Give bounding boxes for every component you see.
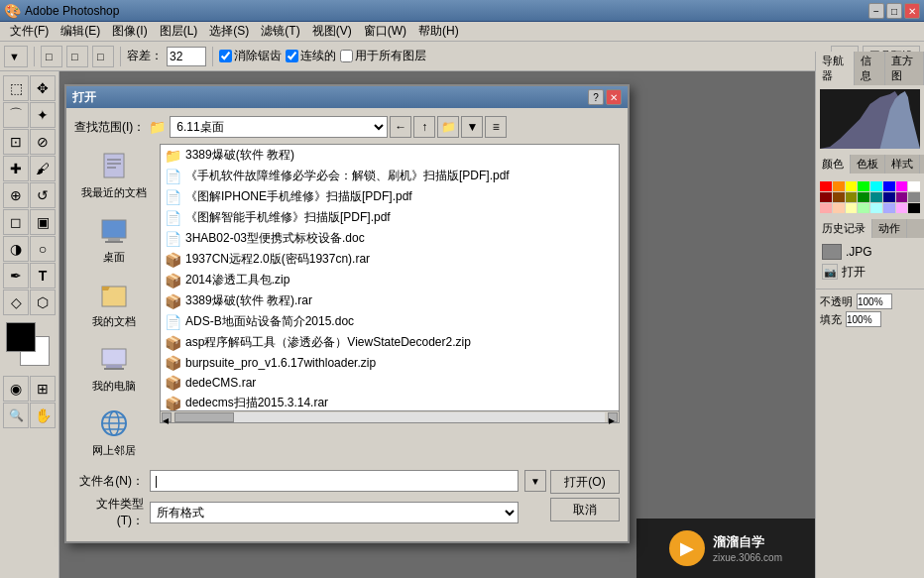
magic-wand-tool[interactable]: ✦ (30, 102, 56, 128)
tab-navigator[interactable]: 导航器 (816, 52, 855, 85)
tab-histogram[interactable]: 直方图 (885, 52, 924, 85)
history-new-snapshot[interactable]: 📷 (822, 264, 838, 280)
swatch-magenta[interactable] (896, 181, 908, 191)
tool-btn-1[interactable]: □ (41, 46, 62, 67)
hscroll-left-btn[interactable]: ◂ (162, 412, 172, 422)
swatch-dark-red[interactable] (820, 192, 832, 202)
swatch-green[interactable] (858, 181, 869, 191)
file-item-4[interactable]: 📄 《图解智能手机维修》扫描版[PDF].pdf (161, 207, 619, 228)
menu-window[interactable]: 窗口(W) (358, 21, 412, 42)
nav-new-folder-btn[interactable]: 📁 (437, 116, 459, 138)
quick-mask-tool[interactable]: ◉ (3, 376, 29, 402)
swatch-yellow[interactable] (846, 181, 858, 191)
menu-view[interactable]: 视图(V) (306, 21, 358, 42)
filename-input[interactable] (150, 470, 519, 492)
swatch-dark-cyan[interactable] (870, 192, 882, 202)
tab-styles[interactable]: 样式 (885, 155, 920, 173)
nav-up-btn[interactable]: ↑ (413, 116, 435, 138)
file-item-10[interactable]: 📦 asp程序解码工具（渗透必备）ViewStateDecoder2.zip (161, 332, 619, 353)
nav-network[interactable]: 网上邻居 (74, 402, 154, 462)
nav-back-btn[interactable]: ← (390, 116, 411, 138)
file-item-8[interactable]: 📦 3389爆破(软件 教程).rar (161, 290, 619, 311)
antialias-checkbox[interactable] (219, 50, 232, 62)
file-item-13[interactable]: 📦 dedecms扫描2015.3.14.rar (161, 393, 619, 411)
open-btn[interactable]: 打开(O) (550, 470, 620, 494)
swatch-light-green[interactable] (858, 203, 869, 213)
fill-input[interactable] (846, 311, 881, 327)
lasso-tool[interactable]: ⌒ (3, 102, 29, 128)
opacity-input[interactable] (857, 293, 892, 309)
swatch-dark-magenta[interactable] (896, 192, 908, 202)
tab-swatches[interactable]: 色板 (851, 155, 885, 173)
nav-my-docs[interactable]: 我的文档 (74, 273, 154, 333)
filename-dropdown-btn[interactable]: ▼ (524, 470, 546, 492)
swatch-blue[interactable] (883, 181, 895, 191)
fill-tool[interactable]: ▣ (30, 209, 56, 235)
dialog-close-btn[interactable]: ✕ (606, 89, 622, 105)
nav-my-computer[interactable]: 我的电脑 (74, 337, 154, 398)
file-item-2[interactable]: 📄 《手机软件故障维修必学必会：解锁、刷机》扫描版[PDF].pdf (161, 166, 619, 186)
swatch-cyan[interactable] (870, 181, 882, 191)
tab-color[interactable]: 颜色 (816, 155, 851, 173)
close-button[interactable]: ✕ (904, 3, 920, 19)
swatch-pink[interactable] (820, 203, 832, 213)
swatch-black[interactable] (908, 203, 920, 213)
file-item-folder-1[interactable]: 📁 3389爆破(软件 教程) (161, 145, 619, 166)
slice-tool[interactable]: ⊘ (30, 129, 56, 155)
minimize-button[interactable]: − (868, 3, 884, 19)
swatch-white[interactable] (908, 181, 920, 191)
dodge-tool[interactable]: ○ (30, 236, 56, 262)
menu-image[interactable]: 图像(I) (106, 21, 153, 42)
tab-actions[interactable]: 动作 (872, 219, 907, 238)
swatch-red[interactable] (820, 181, 832, 191)
shape-tool[interactable]: ⬡ (30, 289, 56, 315)
all-layers-checkbox[interactable] (340, 50, 353, 62)
foreground-color-swatch[interactable] (6, 322, 36, 352)
tool-btn-3[interactable]: □ (92, 46, 114, 67)
swatch-dark-blue[interactable] (883, 192, 895, 202)
filetype-select[interactable]: 所有格式 (150, 502, 519, 523)
swatch-orange[interactable] (833, 181, 845, 191)
crop-tool[interactable]: ⊡ (3, 129, 29, 155)
tab-history[interactable]: 历史记录 (816, 219, 872, 238)
hscroll-thumb[interactable] (174, 412, 234, 422)
swatch-light-blue[interactable] (883, 203, 895, 213)
swatch-dark-green[interactable] (858, 192, 869, 202)
swatch-dark-yellow[interactable] (846, 192, 858, 202)
menu-layer[interactable]: 图层(L) (154, 21, 204, 42)
file-item-12[interactable]: 📦 dedeCMS.rar (161, 373, 619, 393)
zoom-tool[interactable]: 🔍 (3, 403, 29, 428)
pen-tool[interactable]: ✒ (3, 263, 29, 289)
file-item-11[interactable]: 📦 burpsuite_pro_v1.6.17withloader.zip (161, 353, 619, 373)
nav-recent-docs[interactable]: 我最近的文档 (74, 144, 154, 204)
file-item-6[interactable]: 📦 1937CN远程2.0版(密码1937cn).rar (161, 249, 619, 270)
tolerance-input[interactable] (167, 47, 206, 66)
file-item-5[interactable]: 📄 3HAB02-03型便携式标校设备.doc (161, 228, 619, 249)
path-tool[interactable]: ◇ (3, 289, 29, 315)
hand-tool[interactable]: ✋ (30, 403, 56, 428)
maximize-button[interactable]: □ (886, 3, 902, 19)
history-brush[interactable]: ↺ (30, 182, 56, 208)
swatch-dark-orange[interactable] (833, 192, 845, 202)
menu-filter[interactable]: 滤镜(T) (255, 21, 305, 42)
cancel-btn[interactable]: 取消 (550, 498, 620, 521)
brush-tool[interactable]: 🖌 (30, 156, 56, 181)
dialog-help-btn[interactable]: ? (588, 89, 604, 105)
marquee-tool[interactable]: ⬚ (3, 75, 29, 101)
tool-options-btn[interactable]: ▼ (4, 46, 28, 67)
clone-tool[interactable]: ⊕ (3, 182, 29, 208)
swatch-light-cyan[interactable] (870, 203, 882, 213)
file-item-7[interactable]: 📦 2014渗透工具包.zip (161, 270, 619, 290)
nav-options-btn[interactable]: ▼ (461, 116, 483, 138)
menu-help[interactable]: 帮助(H) (412, 21, 465, 42)
swatch-light-yellow[interactable] (846, 203, 858, 213)
menu-select[interactable]: 选择(S) (203, 21, 255, 42)
hscroll-right-btn[interactable]: ▸ (608, 412, 618, 422)
menu-edit[interactable]: 编辑(E) (55, 21, 106, 42)
hscroll-track[interactable] (174, 412, 605, 422)
text-tool[interactable]: T (30, 263, 56, 289)
healing-brush[interactable]: ✚ (3, 156, 29, 181)
swatch-gray[interactable] (908, 192, 920, 202)
swatch-peach[interactable] (833, 203, 845, 213)
tool-btn-2[interactable]: □ (66, 46, 88, 67)
